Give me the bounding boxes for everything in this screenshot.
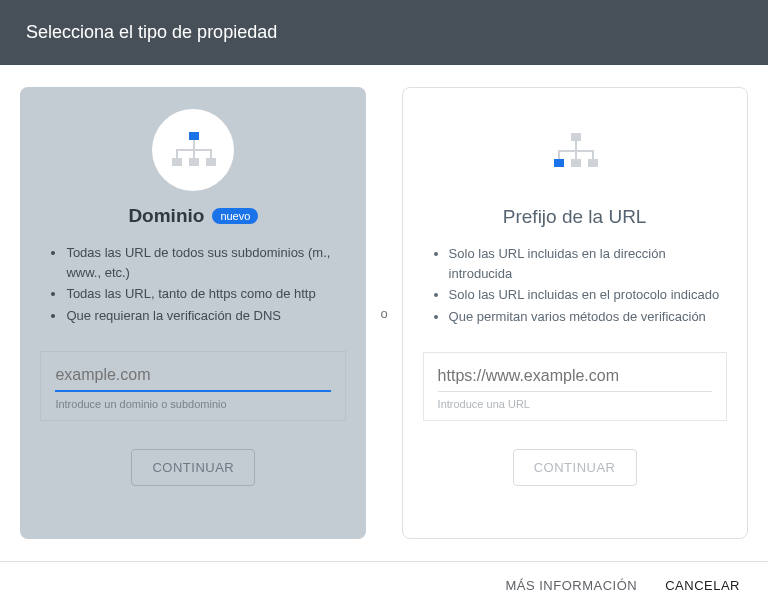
url-prefix-input[interactable] [438,367,712,392]
domain-continue-button[interactable]: CONTINUAR [131,449,255,486]
more-info-link[interactable]: MÁS INFORMACIÓN [505,578,637,593]
domain-input-helper: Introduce un dominio o subdominio [55,398,331,410]
domain-bullet: Todas las URL, tanto de https como de ht… [66,284,346,304]
domain-bullet: Que requieran la verificación de DNS [66,306,346,326]
card-url-prefix[interactable]: Prefijo de la URL Solo las URL incluidas… [402,87,748,539]
svg-rect-6 [571,159,581,167]
card-domain[interactable]: Dominio nuevo Todas las URL de todos sus… [20,87,366,539]
sitemap-domain-icon [169,130,217,170]
domain-title-row: Dominio nuevo [128,205,258,227]
svg-rect-1 [172,158,182,166]
domain-icon-circle [152,109,234,191]
domain-bullets: Todas las URL de todos sus subdominios (… [40,243,346,327]
url-prefix-bullet: Solo las URL incluidas en el protocolo i… [449,285,727,305]
domain-bullet: Todas las URL de todos sus subdominios (… [66,243,346,282]
svg-rect-2 [189,158,199,166]
svg-rect-5 [554,159,564,167]
url-prefix-bullet: Que permitan varios métodos de verificac… [449,307,727,327]
svg-rect-0 [189,132,199,140]
dialog-title: Selecciona el tipo de propiedad [26,22,277,42]
or-separator: o [380,306,387,321]
dialog-footer: MÁS INFORMACIÓN CANCELAR [0,561,768,609]
url-prefix-title: Prefijo de la URL [503,206,647,228]
svg-rect-7 [588,159,598,167]
url-prefix-bullets: Solo las URL incluidas en la dirección i… [423,244,727,328]
url-prefix-icon-circle [534,110,616,192]
domain-input[interactable] [55,366,331,392]
domain-title: Dominio [128,205,204,227]
new-badge: nuevo [212,208,258,224]
url-prefix-input-helper: Introduce una URL [438,398,712,410]
url-prefix-continue-button[interactable]: CONTINUAR [513,449,637,486]
dialog-content: Dominio nuevo Todas las URL de todos sus… [0,65,768,561]
url-prefix-input-area: Introduce una URL [423,352,727,421]
dialog-header: Selecciona el tipo de propiedad [0,0,768,65]
url-prefix-bullet: Solo las URL incluidas en la dirección i… [449,244,727,283]
domain-input-area: Introduce un dominio o subdominio [40,351,346,421]
sitemap-urlprefix-icon [551,131,599,171]
cancel-button[interactable]: CANCELAR [665,578,740,593]
svg-rect-4 [571,133,581,141]
svg-rect-3 [206,158,216,166]
url-prefix-title-row: Prefijo de la URL [503,206,647,228]
